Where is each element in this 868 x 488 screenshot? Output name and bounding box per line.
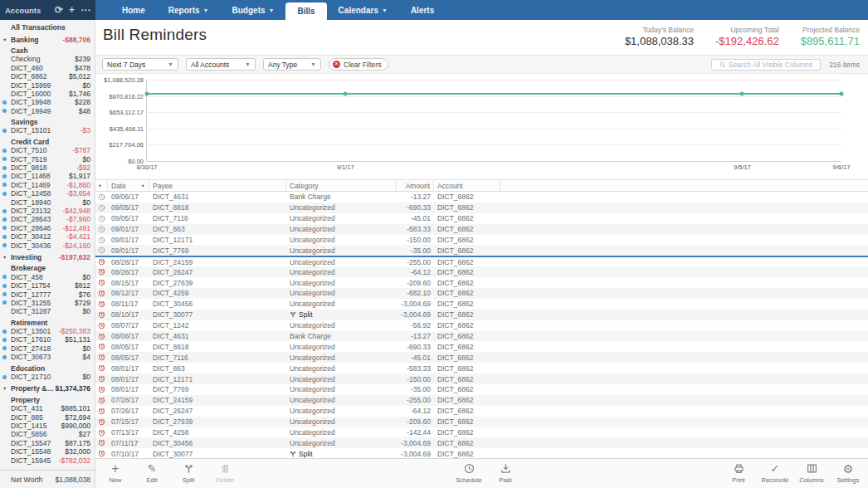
- sidebar-account-dict_12777[interactable]: DICT_12777 $76: [0, 290, 95, 298]
- sidebar-account-dict_31255[interactable]: DICT_31255 $729: [0, 299, 95, 307]
- table-row[interactable]: 08/05/17DICT_7116Uncategorized-45.01DICT…: [95, 352, 868, 363]
- sidebar-account-dict_30673[interactable]: DICT_30673 $4: [0, 353, 95, 361]
- disclosure-triangle-icon[interactable]: ▼: [2, 255, 7, 260]
- table-row[interactable]: 07/15/17DICT_27639Uncategorized-209.60DI…: [95, 417, 868, 427]
- clear-filters-button[interactable]: ✕ Clear Filters: [329, 58, 388, 71]
- paid-button[interactable]: Paid: [490, 461, 520, 484]
- sidebar-account-dict_19948[interactable]: DICT_19948 $228: [0, 98, 95, 106]
- sidebar-account-dict_23132[interactable]: DICT_23132 -$42,948: [0, 207, 95, 215]
- tab-bills[interactable]: Bills: [285, 2, 326, 20]
- settings-button[interactable]: ⚙Settings: [833, 461, 863, 484]
- table-row[interactable]: 09/05/17DICT_7116Uncategorized-45.01DICT…: [95, 213, 868, 224]
- tab-home[interactable]: Home: [110, 0, 157, 20]
- sidebar-group-banking[interactable]: ▼ Banking -$88,706: [0, 35, 95, 43]
- filter-dropdown-all-accounts[interactable]: All Accounts ▼: [186, 58, 256, 71]
- table-row[interactable]: 07/26/17DICT_26247Uncategorized-64.12DIC…: [95, 406, 868, 417]
- columns-button[interactable]: Columns: [797, 461, 827, 484]
- sidebar-account-dict_7510[interactable]: DICT_7510 -$787: [0, 146, 95, 154]
- sidebar-account-dict_28643[interactable]: DICT_28643 -$7,960: [0, 215, 95, 223]
- column-header-account[interactable]: Account: [434, 180, 500, 191]
- sidebar-account-dict_15999[interactable]: DICT_15999 $0: [0, 81, 95, 89]
- sidebar-account-dict_460[interactable]: DICT_460 $478: [0, 64, 95, 72]
- table-row[interactable]: 08/05/17DICT_8818Uncategorized-690.33DIC…: [95, 341, 868, 352]
- sidebar-account-dict_30412[interactable]: DICT_30412 -$4,421: [0, 232, 95, 241]
- more-options-icon[interactable]: ⋯: [80, 5, 90, 15]
- table-row[interactable]: 08/07/17DICT_1242Uncategorized-56.92DICT…: [95, 320, 868, 331]
- sidebar-account-dict_16000[interactable]: DICT_16000 $1,746: [0, 90, 95, 98]
- table-row[interactable]: 08/26/17DICT_26247Uncategorized-64.12DIC…: [95, 266, 868, 277]
- new-button[interactable]: +New: [100, 461, 130, 484]
- table-row[interactable]: 08/01/17DICT_7769Uncategorized-35.00DICT…: [95, 384, 868, 395]
- sidebar-group-property[interactable]: ▼ Property &… $1,374,376: [0, 384, 95, 393]
- sidebar-account-dict_6862[interactable]: DICT_6862 $5,012: [0, 72, 95, 81]
- sidebar-account-dict_11754[interactable]: DICT_11754 $812: [0, 281, 95, 290]
- tab-alerts[interactable]: Alerts: [399, 0, 446, 20]
- table-row[interactable]: 09/01/17DICT_7769Uncategorized-35.00DICT…: [95, 245, 868, 256]
- sidebar-account-dict_28646[interactable]: DICT_28646 -$12,491: [0, 224, 95, 232]
- sidebar-account-dict_21710[interactable]: DICT_21710 $0: [0, 373, 95, 381]
- filter-dropdown-next-7-days[interactable]: Next 7 Days ▼: [102, 58, 178, 71]
- sidebar-account-dict_27418[interactable]: DICT_27418 $0: [0, 344, 95, 353]
- sidebar-account-dict_15548[interactable]: DICT_15548 $32,000: [0, 447, 95, 456]
- sidebar-account-dict_9818[interactable]: DICT_9818 -$92: [0, 163, 95, 172]
- disclosure-triangle-icon[interactable]: ▼: [2, 37, 7, 42]
- table-row[interactable]: 08/06/17DICT_4631Bank Charge-13.27DICT_6…: [95, 331, 868, 342]
- reconcile-button[interactable]: ✓Reconcile: [760, 461, 790, 484]
- edit-button[interactable]: ✎Edit: [137, 461, 167, 484]
- sidebar-account-dict_18940[interactable]: DICT_18940 $0: [0, 198, 95, 206]
- sidebar-account-dict_15547[interactable]: DICT_15547 $87,175: [0, 439, 95, 447]
- sidebar-account-dict_431[interactable]: DICT_431 $885,101: [0, 404, 95, 412]
- table-row[interactable]: 09/06/17DICT_4631Bank Charge-13.27DICT_6…: [95, 192, 868, 203]
- table-row[interactable]: 09/01/17DICT_12171Uncategorized-150.00DI…: [95, 235, 868, 246]
- table-row[interactable]: 08/01/17DICT_863Uncategorized-583.33DICT…: [95, 363, 868, 373]
- sidebar-account-dict_31287[interactable]: DICT_31287 $0: [0, 307, 95, 315]
- column-header-date[interactable]: Date▼: [108, 180, 149, 191]
- table-row[interactable]: 08/12/17DICT_4259Uncategorized-682.10DIC…: [95, 288, 868, 299]
- table-row[interactable]: 07/28/17DICT_24159Uncategorized-255.00DI…: [95, 395, 868, 406]
- tab-budgets[interactable]: Budgets▼: [221, 0, 286, 20]
- table-row[interactable]: 09/01/17DICT_863Uncategorized-583.33DICT…: [95, 224, 868, 235]
- table-row[interactable]: 07/10/17DICT_30077Split-3,004.69DICT_686…: [95, 448, 868, 458]
- sidebar-account-checking[interactable]: Checking $239: [0, 55, 95, 63]
- table-row[interactable]: 08/28/17DICT_24159Uncategorized-255.00DI…: [95, 256, 868, 266]
- disclosure-triangle-icon[interactable]: ▼: [2, 386, 7, 391]
- sidebar-group-investing[interactable]: ▼ Investing -$197,632: [0, 253, 95, 261]
- sidebar-account-dict_885[interactable]: DICT_885 $72,694: [0, 412, 95, 421]
- sidebar-account-dict_1415[interactable]: DICT_1415 $990,000: [0, 422, 95, 430]
- add-account-icon[interactable]: +: [69, 5, 75, 15]
- sidebar-account-dict_30436[interactable]: DICT_30436 -$24,160: [0, 241, 95, 249]
- table-row[interactable]: 07/11/17DICT_30456Uncategorized-3,004.69…: [95, 437, 868, 448]
- table-row[interactable]: 08/10/17DICT_30077Split-3,004.69DICT_686…: [95, 310, 868, 320]
- sidebar-account-dict_7519[interactable]: DICT_7519 $0: [0, 154, 95, 163]
- sidebar-account-dict_12458[interactable]: DICT_12458 -$3,654: [0, 189, 95, 198]
- tab-reports[interactable]: Reports▼: [157, 0, 221, 20]
- sidebar-item-all-transactions[interactable]: All Transactions: [0, 23, 95, 32]
- table-row[interactable]: 08/11/17DICT_30456Uncategorized-3,004.69…: [95, 299, 868, 310]
- table-row[interactable]: 07/13/17DICT_4258Uncategorized-142.44DIC…: [95, 427, 868, 438]
- schedule-button[interactable]: Schedule: [454, 461, 484, 484]
- table-row[interactable]: 09/05/17DICT_8818Uncategorized-690.33DIC…: [95, 203, 868, 213]
- table-row[interactable]: 08/01/17DICT_12171Uncategorized-150.00DI…: [95, 373, 868, 384]
- column-header-category[interactable]: Category: [286, 180, 397, 191]
- sidebar-account-dict_5856[interactable]: DICT_5856 $27: [0, 430, 95, 438]
- print-button[interactable]: Print: [724, 461, 753, 484]
- column-label: •: [99, 182, 101, 190]
- alarm-clock-icon: [98, 450, 105, 457]
- sidebar-account-dict_19949[interactable]: DICT_19949 $48: [0, 107, 95, 115]
- column-header-payee[interactable]: Payee: [149, 180, 286, 191]
- search-input[interactable]: Search All Visible Columns: [711, 59, 821, 71]
- tab-calendars[interactable]: Calendars▼: [327, 0, 399, 20]
- refresh-icon[interactable]: ⟳: [55, 5, 63, 15]
- sidebar-account-dict_15945[interactable]: DICT_15945 -$782,032: [0, 456, 95, 464]
- status-dot: [2, 235, 7, 239]
- sidebar-account-dict_11468[interactable]: DICT_11468 $1,917: [0, 172, 95, 180]
- sidebar-account-dict_15101[interactable]: DICT_15101 -$3: [0, 126, 95, 134]
- split-button[interactable]: Split: [173, 461, 203, 484]
- sidebar-account-dict_458[interactable]: DICT_458 $0: [0, 273, 95, 281]
- sidebar-account-dict_17610[interactable]: DICT_17610 $51,131: [0, 335, 95, 344]
- column-header-amount[interactable]: Amount: [397, 180, 434, 191]
- filter-dropdown-any-type[interactable]: Any Type ▼: [263, 58, 321, 71]
- table-row[interactable]: 08/15/17DICT_27639Uncategorized-209.60DI…: [95, 277, 868, 288]
- sidebar-account-dict_11469[interactable]: DICT_11469 -$1,860: [0, 181, 95, 189]
- sidebar-account-dict_13501[interactable]: DICT_13501 -$250,383: [0, 327, 95, 335]
